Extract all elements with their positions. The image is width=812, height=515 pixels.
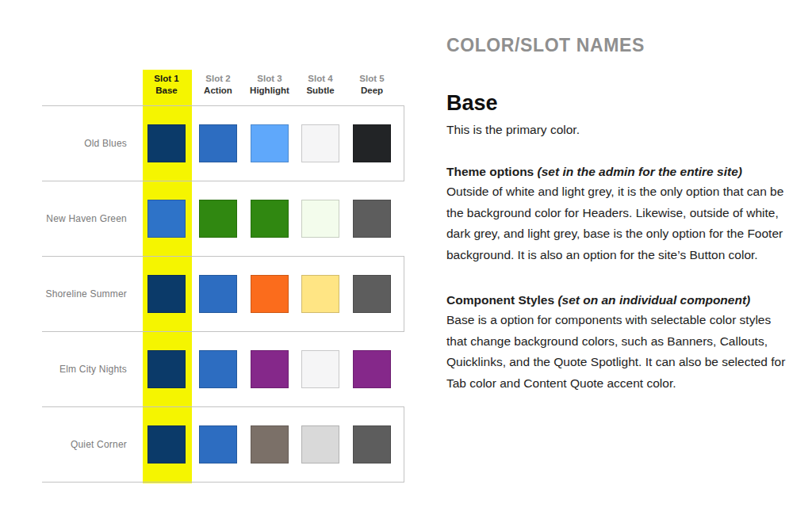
component-styles-note: (set on an individual component) [557,293,750,307]
slot-header-5: Slot 5Deep [347,73,397,97]
theme-options-note: (set in the admin for the entire site) [538,165,742,178]
theme-name: Shoreline Summer [42,257,127,331]
theme-options-body: Outside of white and light grey, it is t… [446,181,789,265]
theme-row-old-blues: Old Blues [42,105,404,181]
swatch-shoreline-summer-slot3 [251,275,289,313]
slot-header-1: Slot 1Base [141,73,192,97]
theme-row-quiet-corner: Quiet Corner [42,406,404,483]
swatch-old-blues-slot5 [353,124,391,162]
base-subtitle: This is the primary color. [446,123,789,137]
swatch-quiet-corner-slot2 [199,425,237,464]
theme-options-label: Theme options (set in the admin for the … [446,165,789,179]
slot-number: Slot 3 [244,73,295,85]
swatch-elm-city-nights-slot5 [353,350,391,388]
page-title: COLOR/SLOT NAMES [446,35,789,56]
swatch-new-haven-green-slot4 [301,200,339,238]
swatch-quiet-corner-slot3 [251,425,289,464]
slot-header-3: Slot 3Highlight [244,73,295,97]
swatch-quiet-corner-slot1 [147,425,186,464]
swatch-elm-city-nights-slot2 [199,350,237,388]
description-panel: COLOR/SLOT NAMES Base This is the primar… [446,35,789,394]
slot-number: Slot 1 [141,73,192,85]
base-heading: Base [446,91,789,116]
slot-name: Deep [347,85,397,97]
theme-row-elm-city-nights: Elm City Nights [42,331,404,406]
theme-name: Quiet Corner [42,407,127,482]
swatch-old-blues-slot4 [301,124,339,162]
swatch-shoreline-summer-slot1 [147,275,186,313]
component-styles-body: Base is a option for components with sel… [446,310,789,394]
slot-header-2: Slot 2Action [193,73,243,97]
slot-number: Slot 2 [193,73,243,85]
swatch-old-blues-slot2 [199,124,237,162]
swatch-quiet-corner-slot4 [301,425,339,464]
theme-rows: Old BluesNew Haven GreenShoreline Summer… [42,105,404,483]
swatch-old-blues-slot1 [147,124,186,162]
theme-name: New Haven Green [42,181,127,256]
swatch-shoreline-summer-slot5 [353,275,391,313]
swatch-elm-city-nights-slot4 [301,350,339,388]
slot-number: Slot 5 [347,73,397,85]
slot-name: Highlight [244,85,295,97]
slot-number: Slot 4 [295,73,346,85]
component-styles-label: Component Styles (set on an individual c… [446,293,789,307]
slot-name: Subtle [295,85,346,97]
swatch-shoreline-summer-slot4 [301,275,339,313]
swatch-old-blues-slot3 [251,124,289,162]
swatch-new-haven-green-slot2 [199,200,237,238]
swatch-new-haven-green-slot5 [353,200,391,238]
swatch-new-haven-green-slot1 [147,200,186,238]
swatch-elm-city-nights-slot1 [147,350,186,388]
swatch-new-haven-green-slot3 [251,200,289,238]
slot-header-4: Slot 4Subtle [295,73,346,97]
component-styles-label-text: Component Styles [446,293,554,307]
theme-options-label-text: Theme options [446,165,534,178]
theme-row-shoreline-summer: Shoreline Summer [42,256,404,331]
slot-name: Base [141,85,192,97]
theme-row-new-haven-green: New Haven Green [42,181,404,256]
swatch-shoreline-summer-slot2 [199,275,237,313]
slot-name: Action [193,85,243,97]
theme-name: Old Blues [42,106,127,181]
swatch-elm-city-nights-slot3 [251,350,289,388]
theme-name: Elm City Nights [42,332,127,406]
swatch-quiet-corner-slot5 [353,425,391,464]
